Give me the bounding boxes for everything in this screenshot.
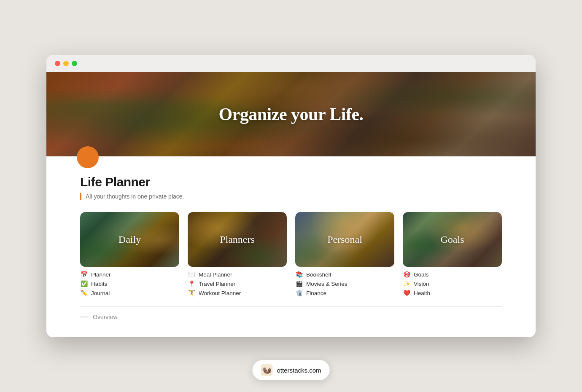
card-image-personal: Personal: [295, 212, 394, 267]
meal-icon: 🍽️: [188, 271, 195, 278]
subtitle-accent-bar: [80, 193, 81, 200]
card-daily[interactable]: Daily 📅 Planner ✅ Habits ✏️ Journal: [80, 212, 179, 296]
calendar-icon: 📅: [80, 271, 88, 278]
list-item[interactable]: ✨ Vision: [403, 280, 502, 287]
target-icon: 🎯: [403, 271, 410, 278]
card-image-daily: Daily: [80, 212, 179, 267]
card-items-planners: 🍽️ Meal Planner 📍 Travel Planner 🏋️ Work…: [188, 267, 287, 296]
item-label: Movies & Series: [306, 281, 348, 287]
check-circle-icon: ✅: [80, 280, 88, 287]
page-content: Life Planner All your thoughts in one pr…: [46, 156, 536, 337]
card-label-planners: Planners: [220, 234, 255, 245]
otter-icon: 🦦: [261, 364, 272, 376]
list-item[interactable]: 📅 Planner: [80, 271, 179, 278]
item-label: Goals: [414, 271, 428, 278]
browser-window: Organize your Life. Life Planner All you…: [46, 55, 536, 337]
traffic-light-red[interactable]: [55, 61, 60, 66]
browser-chrome: [46, 55, 536, 72]
traffic-lights: [55, 61, 77, 72]
card-planners[interactable]: Planners 🍽️ Meal Planner 📍 Travel Planne…: [188, 212, 287, 296]
item-label: Travel Planner: [199, 281, 235, 287]
item-label: Planner: [91, 271, 111, 278]
item-label: Meal Planner: [199, 271, 232, 278]
list-item[interactable]: 🎯 Goals: [403, 271, 502, 278]
list-item[interactable]: 📚 Bookshelf: [295, 271, 394, 278]
finance-icon: 🏛️: [295, 290, 303, 296]
list-item[interactable]: 🍽️ Meal Planner: [188, 271, 287, 278]
hero-banner: Organize your Life.: [46, 72, 536, 156]
item-label: Workout Planner: [199, 290, 241, 296]
card-items-goals: 🎯 Goals ✨ Vision ❤️ Health: [403, 267, 502, 296]
heart-icon: ❤️: [403, 290, 410, 296]
hero-background: Organize your Life.: [46, 72, 536, 156]
card-goals[interactable]: Goals 🎯 Goals ✨ Vision ❤️ Health: [403, 212, 502, 296]
list-item[interactable]: ✏️ Journal: [80, 290, 179, 296]
card-items-daily: 📅 Planner ✅ Habits ✏️ Journal: [80, 267, 179, 296]
subtitle-text: All your thoughts in one private place.: [86, 193, 184, 200]
list-item[interactable]: ✅ Habits: [80, 280, 179, 287]
item-label: Habits: [91, 281, 107, 287]
avatar-row: [80, 156, 502, 168]
card-image-goals: Goals: [403, 212, 502, 267]
card-image-planners: Planners: [188, 212, 287, 267]
avatar: [77, 146, 99, 168]
card-label-personal: Personal: [327, 234, 362, 245]
cards-grid: Daily 📅 Planner ✅ Habits ✏️ Journal: [80, 212, 502, 296]
card-personal[interactable]: Personal 📚 Bookshelf 🎬 Movies & Series 🏛…: [295, 212, 394, 296]
hero-title: Organize your Life.: [218, 104, 363, 124]
list-item[interactable]: 🏛️ Finance: [295, 290, 394, 296]
card-label-goals: Goals: [441, 234, 464, 245]
book-icon: 📚: [295, 271, 303, 278]
sparkle-icon: ✨: [403, 280, 410, 287]
website-domain: otterstacks.com: [277, 367, 321, 374]
traffic-light-green[interactable]: [72, 61, 77, 66]
item-label: Bookshelf: [306, 271, 331, 278]
list-item[interactable]: 📍 Travel Planner: [188, 280, 287, 287]
divider-dash: [80, 317, 89, 317]
pencil-icon: ✏️: [80, 290, 88, 296]
workout-icon: 🏋️: [188, 290, 195, 296]
page-title: Life Planner: [80, 175, 502, 189]
movie-icon: 🎬: [295, 280, 303, 287]
list-item[interactable]: 🏋️ Workout Planner: [188, 290, 287, 296]
list-item[interactable]: ❤️ Health: [403, 290, 502, 296]
pin-icon: 📍: [188, 280, 195, 287]
item-label: Finance: [306, 290, 326, 296]
item-label: Vision: [414, 281, 429, 287]
card-items-personal: 📚 Bookshelf 🎬 Movies & Series 🏛️ Finance: [295, 267, 394, 296]
website-badge[interactable]: 🦦 otterstacks.com: [252, 360, 329, 380]
overview-label[interactable]: Overview: [93, 314, 117, 320]
item-label: Health: [414, 290, 430, 296]
list-item[interactable]: 🎬 Movies & Series: [295, 280, 394, 287]
page-subtitle: All your thoughts in one private place.: [80, 193, 502, 200]
footer-divider: Overview: [80, 306, 502, 320]
item-label: Journal: [91, 290, 110, 296]
traffic-light-yellow[interactable]: [63, 61, 69, 66]
card-label-daily: Daily: [119, 234, 141, 245]
